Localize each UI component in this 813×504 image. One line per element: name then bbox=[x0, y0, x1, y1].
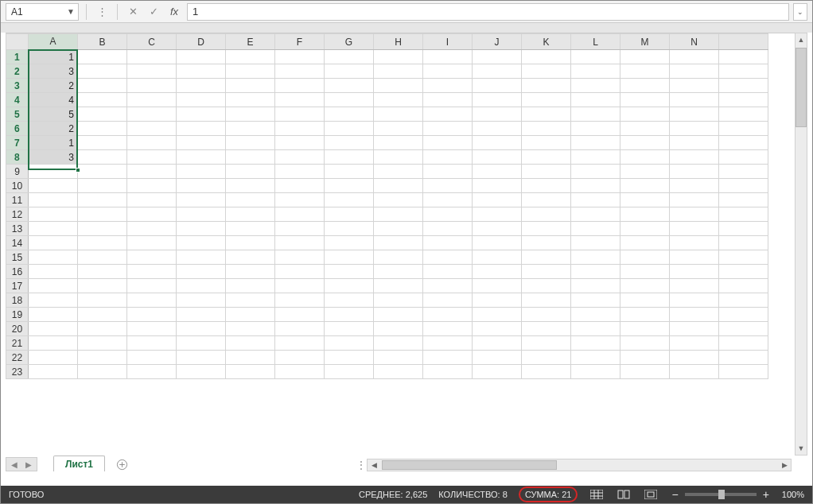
cell[interactable] bbox=[620, 365, 670, 379]
cell[interactable] bbox=[473, 207, 522, 222]
cell[interactable]: 3 bbox=[29, 64, 78, 79]
cell[interactable] bbox=[670, 64, 719, 79]
more-icon[interactable]: ⋮ bbox=[94, 4, 110, 20]
cell[interactable] bbox=[127, 365, 177, 379]
zoom-thumb[interactable] bbox=[718, 490, 725, 499]
cell[interactable] bbox=[226, 336, 275, 351]
cell[interactable] bbox=[473, 93, 522, 107]
cell[interactable] bbox=[522, 293, 571, 308]
cell[interactable] bbox=[78, 150, 127, 165]
cell[interactable] bbox=[78, 365, 127, 379]
row-header[interactable]: 17 bbox=[6, 279, 29, 293]
cell[interactable] bbox=[374, 50, 423, 64]
cell[interactable] bbox=[127, 193, 177, 207]
scroll-up-icon[interactable]: ▲ bbox=[795, 33, 807, 46]
cell[interactable]: 4 bbox=[29, 93, 78, 107]
cell[interactable] bbox=[473, 279, 522, 293]
cell[interactable] bbox=[670, 150, 719, 165]
row-header[interactable]: 9 bbox=[6, 165, 29, 179]
cell[interactable] bbox=[78, 265, 127, 279]
cell[interactable] bbox=[127, 64, 177, 79]
cell[interactable] bbox=[226, 93, 275, 107]
cell[interactable] bbox=[423, 308, 473, 322]
cell[interactable] bbox=[522, 165, 571, 179]
cell[interactable] bbox=[473, 222, 522, 236]
cell[interactable] bbox=[670, 222, 719, 236]
cell[interactable] bbox=[226, 50, 275, 64]
cell[interactable] bbox=[670, 93, 719, 107]
cell[interactable] bbox=[374, 93, 423, 107]
view-page-layout-icon[interactable] bbox=[616, 488, 632, 501]
cell[interactable] bbox=[620, 136, 670, 150]
cell[interactable]: 1 bbox=[29, 50, 78, 64]
row-header[interactable]: 14 bbox=[6, 236, 29, 250]
cell[interactable] bbox=[423, 150, 473, 165]
cell[interactable] bbox=[226, 351, 275, 365]
cell[interactable] bbox=[423, 279, 473, 293]
cell[interactable] bbox=[473, 308, 522, 322]
cell[interactable] bbox=[226, 150, 275, 165]
cell[interactable] bbox=[226, 293, 275, 308]
cell[interactable] bbox=[423, 336, 473, 351]
cell[interactable] bbox=[571, 322, 620, 336]
cell[interactable] bbox=[127, 93, 177, 107]
cell[interactable] bbox=[325, 122, 374, 136]
cell[interactable] bbox=[127, 265, 177, 279]
cell[interactable] bbox=[275, 308, 325, 322]
cell[interactable] bbox=[177, 122, 226, 136]
cell[interactable] bbox=[226, 79, 275, 93]
cell[interactable] bbox=[571, 93, 620, 107]
select-all-corner[interactable] bbox=[6, 34, 29, 50]
cell[interactable]: 1 bbox=[29, 136, 78, 150]
cell[interactable] bbox=[325, 336, 374, 351]
row-header[interactable]: 22 bbox=[6, 351, 29, 365]
row-header[interactable]: 1 bbox=[6, 50, 29, 64]
cell[interactable] bbox=[571, 165, 620, 179]
cell[interactable] bbox=[670, 293, 719, 308]
cell[interactable] bbox=[127, 322, 177, 336]
cell[interactable] bbox=[374, 365, 423, 379]
cell[interactable] bbox=[571, 107, 620, 122]
cell[interactable] bbox=[670, 207, 719, 222]
cell[interactable] bbox=[423, 50, 473, 64]
cell[interactable] bbox=[473, 265, 522, 279]
cell[interactable] bbox=[226, 207, 275, 222]
cell[interactable] bbox=[620, 250, 670, 265]
cell[interactable] bbox=[423, 165, 473, 179]
cell[interactable] bbox=[226, 64, 275, 79]
cell[interactable] bbox=[670, 265, 719, 279]
cell[interactable] bbox=[226, 279, 275, 293]
cell[interactable] bbox=[571, 236, 620, 250]
cell[interactable] bbox=[620, 279, 670, 293]
cell[interactable] bbox=[423, 207, 473, 222]
cell[interactable] bbox=[325, 64, 374, 79]
cell[interactable] bbox=[423, 179, 473, 193]
horizontal-scrollbar[interactable]: ◀ ▶ bbox=[367, 459, 792, 471]
column-header[interactable]: I bbox=[423, 34, 473, 50]
cell[interactable] bbox=[29, 207, 78, 222]
row-header[interactable]: 19 bbox=[6, 308, 29, 322]
cell[interactable] bbox=[620, 236, 670, 250]
cell[interactable] bbox=[473, 351, 522, 365]
horizontal-scroll-thumb[interactable] bbox=[382, 460, 557, 470]
cell[interactable] bbox=[473, 150, 522, 165]
cell[interactable] bbox=[127, 236, 177, 250]
cell[interactable] bbox=[127, 293, 177, 308]
view-page-break-icon[interactable] bbox=[643, 488, 659, 501]
cell[interactable] bbox=[571, 351, 620, 365]
cell[interactable] bbox=[571, 150, 620, 165]
cell[interactable] bbox=[29, 279, 78, 293]
column-header[interactable]: E bbox=[226, 34, 275, 50]
cell[interactable] bbox=[29, 336, 78, 351]
cell[interactable] bbox=[325, 50, 374, 64]
cell[interactable] bbox=[177, 322, 226, 336]
cell[interactable] bbox=[670, 336, 719, 351]
cell[interactable] bbox=[127, 308, 177, 322]
cell[interactable] bbox=[473, 322, 522, 336]
cell[interactable] bbox=[374, 136, 423, 150]
cell[interactable] bbox=[275, 265, 325, 279]
cell[interactable] bbox=[374, 308, 423, 322]
cell[interactable] bbox=[522, 50, 571, 64]
column-header[interactable]: N bbox=[670, 34, 719, 50]
cell[interactable] bbox=[177, 150, 226, 165]
